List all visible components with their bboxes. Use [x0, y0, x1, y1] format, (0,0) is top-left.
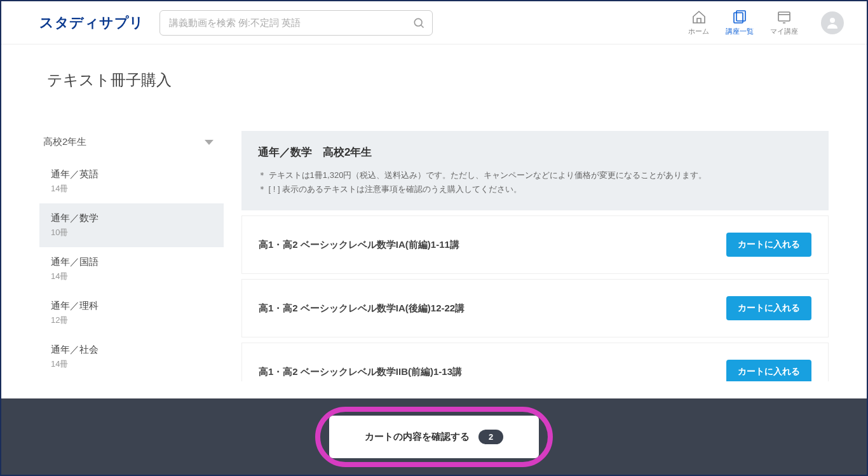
- sidebar-item-label: 通年／理科: [51, 300, 212, 312]
- user-icon: [825, 15, 840, 31]
- svg-line-1: [421, 25, 423, 27]
- view-cart-label: カートの内容を確認する: [365, 431, 470, 443]
- sidebar-item-count: 14冊: [51, 358, 212, 370]
- category-title: 通年／数学 高校2年生: [258, 145, 812, 160]
- sidebar-item-math[interactable]: 通年／数学 10冊: [39, 203, 224, 247]
- sidebar-item-count: 10冊: [51, 227, 212, 238]
- grade-select[interactable]: 高校2年生: [39, 131, 224, 160]
- main: 通年／数学 高校2年生 ＊ テキストは1冊1,320円（税込、送料込み）です。た…: [241, 131, 829, 381]
- mycourse-icon: [776, 10, 792, 25]
- book-title: 高1・高2 ベーシックレベル数学IIB(前編)1-13講: [259, 366, 462, 378]
- cart-button-wrap: カートの内容を確認する 2: [329, 416, 539, 458]
- book-row: 高1・高2 ベーシックレベル数学IA(後編)12-22講 カートに入れる: [241, 279, 829, 337]
- sidebar-item-label: 通年／社会: [51, 344, 212, 356]
- avatar[interactable]: [821, 11, 844, 34]
- book-row: 高1・高2 ベーシックレベル数学IA(前編)1-11講 カートに入れる: [241, 215, 829, 274]
- search-input[interactable]: [159, 10, 433, 36]
- svg-point-0: [414, 18, 422, 26]
- sidebar-item-english[interactable]: 通年／英語 14冊: [39, 160, 224, 203]
- book-title: 高1・高2 ベーシックレベル数学IA(後編)12-22講: [259, 303, 465, 315]
- sidebar-item-label: 通年／英語: [51, 168, 212, 180]
- footer-bar: カートの内容を確認する 2: [1, 398, 867, 475]
- nav-home-label: ホーム: [688, 27, 709, 36]
- nav-mycourse[interactable]: マイ講座: [770, 10, 798, 36]
- search-wrap: [159, 10, 433, 36]
- nav-home[interactable]: ホーム: [688, 10, 709, 36]
- grade-label: 高校2年生: [43, 136, 86, 148]
- svg-point-5: [830, 18, 835, 23]
- add-to-cart-button[interactable]: カートに入れる: [726, 360, 811, 381]
- svg-rect-4: [778, 12, 790, 21]
- content: 高校2年生 通年／英語 14冊 通年／数学 10冊 通年／国語 14冊 通年／理…: [1, 108, 867, 381]
- view-cart-button[interactable]: カートの内容を確認する 2: [329, 416, 539, 458]
- nav-mycourse-label: マイ講座: [770, 27, 798, 36]
- page-title: テキスト冊子購入: [1, 44, 867, 108]
- courses-icon: [732, 10, 747, 25]
- search-icon: [412, 17, 425, 29]
- nav-courses-label: 講座一覧: [726, 27, 754, 36]
- home-icon: [691, 10, 707, 25]
- nav-right: ホーム 講座一覧 マイ講座: [688, 10, 844, 36]
- sidebar-item-count: 12冊: [51, 315, 212, 326]
- book-row: 高1・高2 ベーシックレベル数学IIB(前編)1-13講 カートに入れる: [241, 343, 829, 381]
- chevron-down-icon: [205, 140, 214, 145]
- cart-count-badge: 2: [478, 430, 503, 444]
- sidebar-item-science[interactable]: 通年／理科 12冊: [39, 291, 224, 335]
- add-to-cart-button[interactable]: カートに入れる: [726, 296, 811, 320]
- category-note-2: ＊ [ ! ] 表示のあるテキストは注意事項を確認のうえ購入してください。: [258, 182, 812, 196]
- book-title: 高1・高2 ベーシックレベル数学IA(前編)1-11講: [259, 239, 459, 251]
- category-note-1: ＊ テキストは1冊1,320円（税込、送料込み）です。ただし、キャンペーンなどに…: [258, 168, 812, 182]
- sidebar-item-count: 14冊: [51, 183, 212, 194]
- nav-courses[interactable]: 講座一覧: [726, 10, 754, 36]
- sidebar-item-label: 通年／国語: [51, 256, 212, 268]
- logo: スタディサプリ: [39, 13, 144, 32]
- header: スタディサプリ ホーム 講座一覧 マイ講座: [1, 1, 867, 44]
- sidebar-item-social[interactable]: 通年／社会 14冊: [39, 335, 224, 379]
- sidebar-item-count: 14冊: [51, 271, 212, 282]
- category-header: 通年／数学 高校2年生 ＊ テキストは1冊1,320円（税込、送料込み）です。た…: [241, 131, 829, 210]
- add-to-cart-button[interactable]: カートに入れる: [726, 233, 811, 257]
- sidebar-item-label: 通年／数学: [51, 212, 212, 224]
- sidebar-item-japanese[interactable]: 通年／国語 14冊: [39, 247, 224, 291]
- sidebar: 高校2年生 通年／英語 14冊 通年／数学 10冊 通年／国語 14冊 通年／理…: [39, 131, 224, 381]
